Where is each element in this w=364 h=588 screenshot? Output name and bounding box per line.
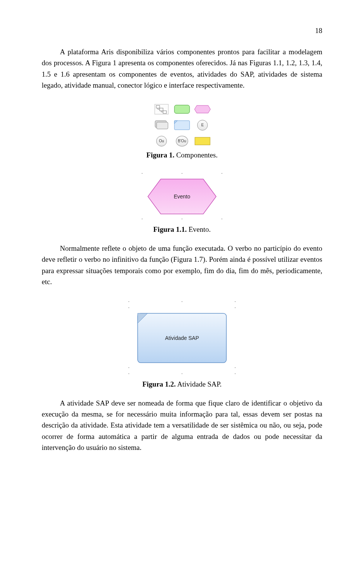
figure-2: ··· Evento ··· xyxy=(42,171,322,222)
svg-rect-10 xyxy=(195,137,210,145)
svg-rect-3 xyxy=(163,111,166,113)
sap-activity-label: Atividade SAP xyxy=(137,313,227,363)
evento-label: Evento xyxy=(147,178,217,215)
page-number: 18 xyxy=(42,27,322,35)
figure-1-caption: Figura 1. Componentes. xyxy=(42,151,322,159)
bou-glyph: B'Ou xyxy=(176,136,188,146)
handle-dots-mid1: ·· xyxy=(125,305,239,311)
figure-3: ··· ·· Atividade SAP ·· ··· xyxy=(42,299,322,377)
figure-3-caption: Figura 1.2. Atividade SAP. xyxy=(42,380,322,388)
svg-rect-2 xyxy=(160,108,163,111)
sap-activity-icon: Atividade SAP xyxy=(137,313,227,363)
figure-1: E Ou B'Ou xyxy=(42,102,322,148)
svg-rect-8 xyxy=(174,121,190,130)
svg-marker-5 xyxy=(195,105,210,113)
page: 18 A plataforma Aris disponibiliza vário… xyxy=(0,0,364,488)
figure-2-caption: Figura 1.1. Evento. xyxy=(42,225,322,234)
stacked-grey-rect-icon xyxy=(152,118,171,132)
evento-hexagon-icon: Evento xyxy=(147,178,217,215)
bou-connector-icon: B'Ou xyxy=(173,134,191,148)
ou-connector-icon: Ou xyxy=(152,134,171,148)
svg-rect-7 xyxy=(157,122,168,129)
svg-rect-4 xyxy=(174,105,190,113)
blue-folded-rect-icon xyxy=(173,118,191,132)
figure-3-label: Figura 1.2. xyxy=(142,380,176,388)
figure-3-title: Atividade SAP. xyxy=(176,380,222,388)
figure-1-title: Componentes. xyxy=(174,151,218,159)
yellow-rect-icon xyxy=(193,134,212,148)
green-rounded-rect-icon xyxy=(173,102,191,116)
paragraph-sap: A atividade SAP deve ser nomeada de form… xyxy=(42,398,322,453)
svg-rect-1 xyxy=(156,105,160,108)
e-connector-icon: E xyxy=(193,118,212,132)
e-glyph: E xyxy=(197,120,208,130)
paragraph-evento: Normalmente reflete o objeto de uma funç… xyxy=(42,243,322,288)
handle-dots-top: ··· xyxy=(138,171,226,177)
palette-grid: E Ou B'Ou xyxy=(152,102,212,148)
handle-dots-mid2: ·· xyxy=(125,365,239,371)
tree-shape-icon xyxy=(152,102,171,116)
pink-hexagon-icon xyxy=(193,102,212,116)
figure-2-title: Evento. xyxy=(187,225,210,233)
figure-2-label: Figura 1.1. xyxy=(153,225,187,233)
handle-dots-bottom: ··· xyxy=(125,371,239,377)
paragraph-intro: A plataforma Aris disponibiliza vários c… xyxy=(42,46,322,91)
ou-glyph: Ou xyxy=(156,136,167,146)
figure-1-label: Figura 1. xyxy=(146,151,174,159)
handle-dots-bottom: ··· xyxy=(138,216,226,222)
handle-dots-top: ··· xyxy=(125,299,239,305)
